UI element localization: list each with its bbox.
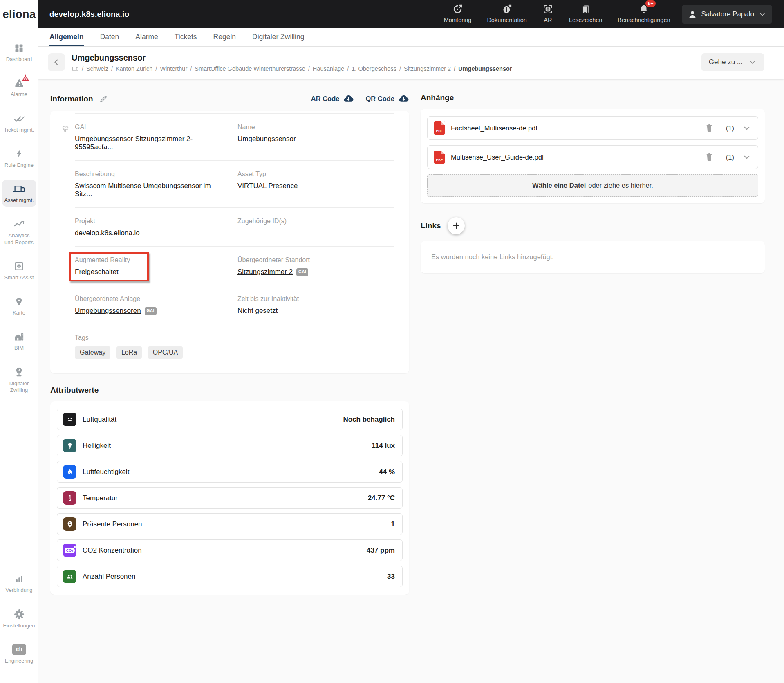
lightning-bolt-icon	[14, 148, 24, 160]
breadcrumb-item[interactable]: Schweiz	[82, 65, 108, 72]
monitoring-grafana-icon	[452, 3, 463, 16]
sidebar-item-analytics[interactable]: Analytics und Reports	[2, 215, 36, 249]
sidebar-item-rule-engine[interactable]: Rule Engine	[2, 145, 36, 171]
user-chevron-down-icon	[758, 10, 766, 18]
tab-daten[interactable]: Daten	[100, 28, 119, 46]
field-uebergeordnete-anlage: Übergeordnete Anlage UmgebungssensorenGA…	[75, 295, 237, 315]
tab-allgemein[interactable]: Allgemein	[49, 28, 84, 46]
sidebar-item-digitaler-zwilling[interactable]: Digitaler Zwilling	[2, 363, 36, 397]
user-menu-button[interactable]: Salvatore Papalo	[682, 5, 772, 24]
field-beschreibung: Beschreibung Swisscom Multisense Umgebun…	[75, 171, 237, 198]
fingerprint-gai-icon	[60, 124, 71, 135]
plus-icon	[452, 221, 461, 230]
field-projekt: Projekt develop.k8s.eliona.io	[75, 218, 237, 237]
breadcrumb-item[interactable]: 1. Obergeschoss	[347, 65, 396, 72]
sidebar-item-bim[interactable]: BIM	[2, 328, 36, 354]
field-gai: GAI Umgebungssensor Sitzungszimmer 2-955…	[75, 124, 237, 151]
breadcrumb-item[interactable]: SmartOffice Gebäude Winterthurerstrasse	[190, 65, 305, 72]
sidebar-item-smart-assist[interactable]: Smart Assist	[2, 257, 36, 284]
tab-digitaler-zwilling[interactable]: Digitaler Zwilling	[252, 28, 304, 46]
attribute-row-luftfeuchtigkeit[interactable]: Luftfeuchtigkeit 44 %	[57, 461, 403, 483]
field-asset-typ: Asset Typ VIRTUAL Presence	[237, 171, 394, 198]
information-card: GAI Umgebungssensor Sitzungszimmer 2-955…	[50, 111, 409, 373]
sidebar-item-karte[interactable]: Karte	[2, 292, 36, 319]
attachment-row: PDF Factsheet_Multisense-de.pdf (1)	[427, 116, 758, 140]
tab-tickets[interactable]: Tickets	[175, 28, 197, 46]
info-row-tags: Tags Gateway LoRa OPC/UA	[75, 324, 394, 371]
field-name: Name Umgebungssensor	[237, 124, 394, 151]
sidebar-item-alarme[interactable]: Alarme	[2, 74, 36, 101]
alarm-warning-icon	[13, 77, 25, 89]
qr-code-download-button[interactable]: QR Code	[365, 93, 409, 104]
bookmarks-button[interactable]: Lesezeichen	[569, 3, 602, 23]
attributwerte-heading: Attributwerte	[50, 386, 99, 395]
delete-trash-icon[interactable]	[704, 152, 714, 162]
box-arrow-up-icon	[13, 260, 25, 272]
tab-alarme[interactable]: Alarme	[135, 28, 158, 46]
breadcrumb-item-current: Umgebungssensor	[454, 65, 512, 72]
alarm-red-badge-icon	[20, 73, 30, 83]
environment-title: develop.k8s.eliona.io	[49, 10, 129, 19]
field-zeit-inaktivitaet: Zeit bis zur Inaktivität Nicht gesetzt	[237, 295, 394, 315]
add-link-button[interactable]	[448, 217, 465, 234]
breadcrumb-item[interactable]: Winterthur	[155, 65, 187, 72]
goto-chevron-down-icon	[748, 58, 757, 66]
bookmark-icon	[580, 3, 591, 16]
humidity-droplet-icon	[63, 465, 76, 479]
goto-dropdown-button[interactable]: Gehe zu ...	[701, 53, 764, 71]
sidebar-item-asset-mgmt[interactable]: Asset mgmt.	[2, 180, 36, 207]
sidebar-item-ticket-mgmt[interactable]: Ticket mgmt.	[2, 110, 36, 136]
anhaenge-heading: Anhänge	[421, 93, 454, 102]
field-tags: Tags Gateway LoRa OPC/UA	[75, 334, 394, 359]
attribute-row-co2[interactable]: CO₂ CO2 Konzentration 437 ppm	[57, 539, 403, 561]
notification-count-badge: 9+	[645, 0, 656, 7]
co2-cloud-icon: CO₂	[63, 544, 76, 557]
tag-chip: Gateway	[75, 346, 110, 359]
breadcrumb-item[interactable]: Sitzungszimmer 2	[399, 65, 451, 72]
attachment-chevron-down-icon[interactable]	[742, 153, 751, 162]
attribute-row-praesente-personen[interactable]: Präsente Personen 1	[57, 513, 403, 535]
standort-link[interactable]: Sitzungszimmer 2	[237, 268, 293, 276]
breadcrumb-item[interactable]: Kanton Zürich	[111, 65, 152, 72]
bell-icon: 9+	[638, 3, 649, 16]
signal-bars-icon	[14, 573, 25, 585]
attribute-row-temperatur[interactable]: Temperatur 24.77 °C	[57, 487, 403, 509]
delete-trash-icon[interactable]	[704, 123, 714, 133]
edit-pencil-icon[interactable]	[99, 94, 108, 103]
ar-button[interactable]: AR	[542, 3, 553, 23]
air-quality-face-icon	[63, 413, 76, 426]
info-external-icon	[502, 3, 513, 16]
gai-badge[interactable]: GAI	[296, 268, 308, 276]
breadcrumb-item[interactable]: Hausanlage	[308, 65, 344, 72]
eliona-logo[interactable]: eliona	[0, 0, 38, 28]
sidebar-item-dashboard[interactable]: Dashboard	[2, 39, 36, 65]
attributwerte-card: Luftqualität Noch behaglich Helligkeit 1…	[50, 401, 409, 595]
attachment-file-link[interactable]: Multisense_User_Guide-de.pdf	[451, 153, 704, 161]
pdf-file-icon: PDF	[434, 121, 445, 135]
documentation-button[interactable]: Dokumentation	[487, 3, 527, 23]
gai-badge[interactable]: GAI	[145, 307, 157, 315]
monitoring-button[interactable]: Monitoring	[444, 3, 472, 23]
attachment-chevron-down-icon[interactable]	[742, 124, 751, 133]
attribute-row-helligkeit[interactable]: Helligkeit 114 lux	[57, 435, 403, 456]
tab-regeln[interactable]: Regeln	[213, 28, 236, 46]
divider	[720, 123, 720, 133]
sidebar-item-engineering[interactable]: eli Engineering	[2, 640, 36, 667]
asset-breadcrumb-icon	[72, 65, 79, 72]
back-button[interactable]	[48, 53, 65, 71]
sidebar-item-einstellungen[interactable]: Einstellungen	[2, 605, 36, 632]
attachment-file-link[interactable]: Factsheet_Multisense-de.pdf	[451, 124, 704, 132]
links-heading: Links	[421, 221, 441, 230]
topbar-actions: Monitoring Dokumentation	[444, 3, 670, 26]
attribute-row-anzahl-personen[interactable]: Anzahl Personen 33	[57, 566, 403, 587]
pdf-file-icon: PDF	[434, 151, 445, 164]
info-row-projekt-ids: Projekt develop.k8s.eliona.io Zugehörige…	[75, 207, 394, 246]
file-upload-dropzone[interactable]: Wähle eine Datei oder ziehe es hierher.	[427, 174, 758, 197]
info-row-anlage-inaktivitaet: Übergeordnete Anlage UmgebungssensorenGA…	[75, 285, 394, 324]
ar-code-download-button[interactable]: AR Code	[311, 93, 354, 104]
notifications-button[interactable]: 9+ Benachrichtigungen	[618, 3, 670, 23]
sidebar-item-verbindung[interactable]: Verbindung	[2, 570, 36, 596]
information-heading: Information	[50, 94, 93, 103]
attribute-row-luftqualitaet[interactable]: Luftqualität Noch behaglich	[57, 409, 403, 430]
anlage-link[interactable]: Umgebungssensoren	[75, 307, 141, 315]
